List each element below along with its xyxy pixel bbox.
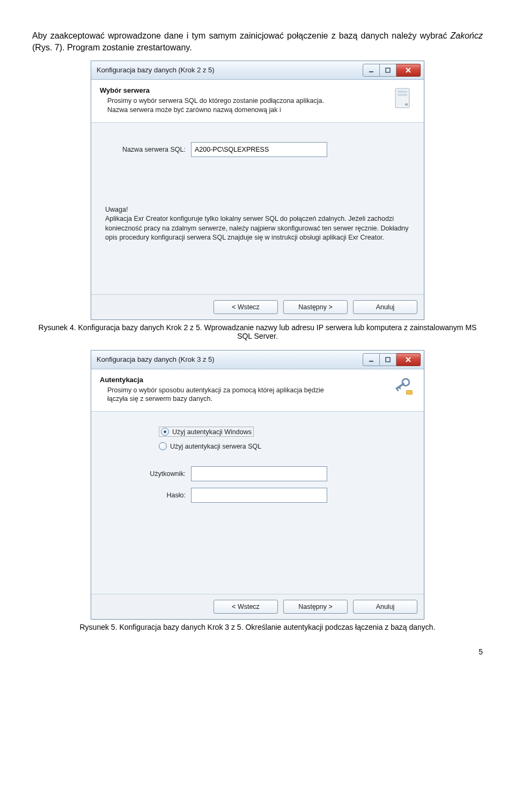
- radio-sql-auth[interactable]: Użyj autentykacji serwera SQL: [159, 441, 410, 451]
- server-name-input[interactable]: [191, 142, 327, 157]
- page-number: 5: [32, 647, 483, 656]
- username-row: Użytkownik:: [105, 466, 410, 481]
- next-button[interactable]: Następny >: [283, 300, 348, 314]
- cancel-button[interactable]: Anuluj: [353, 300, 417, 314]
- cancel-button[interactable]: Anuluj: [353, 600, 417, 614]
- warning-title: Uwaga!: [105, 205, 410, 215]
- maximize-button[interactable]: [380, 353, 396, 366]
- svg-rect-4: [398, 94, 407, 96]
- close-icon: [405, 67, 411, 73]
- username-input[interactable]: [191, 466, 327, 481]
- password-row: Hasło:: [105, 488, 410, 503]
- svg-rect-0: [369, 71, 373, 72]
- auth-radio-group: Użyj autentykacji Windows Użyj autentyka…: [159, 427, 410, 451]
- back-button[interactable]: < Wstecz: [214, 300, 278, 314]
- maximize-button[interactable]: [380, 64, 396, 77]
- key-icon: [392, 376, 415, 399]
- titlebar: Konfiguracja bazy danych (Krok 3 z 5): [91, 351, 424, 369]
- minimize-icon: [369, 357, 374, 362]
- server-name-row: Nazwa serwera SQL:: [105, 142, 410, 157]
- header-title: Autentykacja: [100, 376, 384, 384]
- intro-paragraph: Aby zaakceptować wprowadzone dane i tym …: [32, 30, 483, 54]
- minimize-icon: [369, 68, 374, 73]
- minimize-button[interactable]: [363, 64, 380, 77]
- dialog-footer: < Wstecz Następny > Anuluj: [91, 594, 424, 619]
- warning-body: Aplikacja Exr Creator konfiguruje tylko …: [105, 215, 409, 241]
- minimize-button[interactable]: [363, 353, 380, 366]
- dialog-footer: < Wstecz Następny > Anuluj: [91, 294, 424, 319]
- warning-block: Uwaga! Aplikacja Exr Creator konfiguruje…: [105, 205, 410, 243]
- figure4-caption: Rysunek 4. Konfiguracja bazy danych Krok…: [32, 323, 483, 340]
- svg-rect-7: [386, 357, 390, 362]
- dialog-header: Autentykacja Prosimy o wybór sposobu aut…: [91, 369, 424, 412]
- intro-text-after: (Rys. 7). Program zostanie zrestartowany…: [32, 43, 192, 52]
- server-icon: [392, 86, 415, 110]
- dialog-config-step2: Konfiguracja bazy danych (Krok 2 z 5) Wy…: [91, 61, 424, 320]
- header-title: Wybór serwera: [100, 86, 384, 94]
- close-button[interactable]: [396, 353, 421, 366]
- window-title: Konfiguracja bazy danych (Krok 2 z 5): [97, 66, 363, 74]
- close-icon: [405, 356, 411, 363]
- window-buttons: [363, 353, 421, 366]
- password-label: Hasło:: [105, 491, 191, 499]
- svg-rect-12: [407, 390, 413, 394]
- server-name-label: Nazwa serwera SQL:: [105, 146, 191, 153]
- titlebar: Konfiguracja bazy danych (Krok 2 z 5): [91, 61, 424, 80]
- window-title: Konfiguracja bazy danych (Krok 3 z 5): [97, 355, 363, 363]
- maximize-icon: [385, 68, 391, 73]
- header-description: Prosimy o wybór sposobu autentykacji za …: [100, 386, 333, 404]
- maximize-icon: [385, 357, 391, 362]
- username-label: Użytkownik:: [105, 470, 191, 478]
- radio-windows-auth[interactable]: Użyj autentykacji Windows: [159, 427, 254, 437]
- radio-windows-label: Użyj autentykacji Windows: [172, 428, 252, 436]
- svg-rect-1: [386, 68, 390, 72]
- back-button[interactable]: < Wstecz: [214, 600, 278, 614]
- svg-rect-3: [398, 91, 407, 93]
- radio-icon-unselected: [159, 442, 167, 450]
- intro-text-before: Aby zaakceptować wprowadzone dane i tym …: [32, 31, 451, 40]
- figure5-caption: Rysunek 5. Konfiguracja bazy danych Krok…: [32, 623, 483, 631]
- close-button[interactable]: [396, 64, 421, 77]
- next-button[interactable]: Następny >: [283, 600, 348, 614]
- svg-rect-5: [405, 103, 408, 106]
- header-description: Prosimy o wybór serwera SQL do którego z…: [100, 96, 333, 115]
- password-input[interactable]: [191, 488, 327, 503]
- dialog-config-step3: Konfiguracja bazy danych (Krok 3 z 5) Au…: [91, 350, 424, 620]
- dialog-body: Użyj autentykacji Windows Użyj autentyka…: [91, 412, 424, 594]
- dialog-body: Nazwa serwera SQL: Uwaga! Aplikacja Exr …: [91, 123, 424, 294]
- intro-zakoncz: Zakończ: [451, 31, 483, 40]
- dialog-header: Wybór serwera Prosimy o wybór serwera SQ…: [91, 80, 424, 123]
- radio-sql-label: Użyj autentykacji serwera SQL: [170, 443, 261, 450]
- window-buttons: [363, 64, 421, 77]
- svg-rect-6: [369, 361, 373, 362]
- radio-icon-selected: [161, 428, 169, 436]
